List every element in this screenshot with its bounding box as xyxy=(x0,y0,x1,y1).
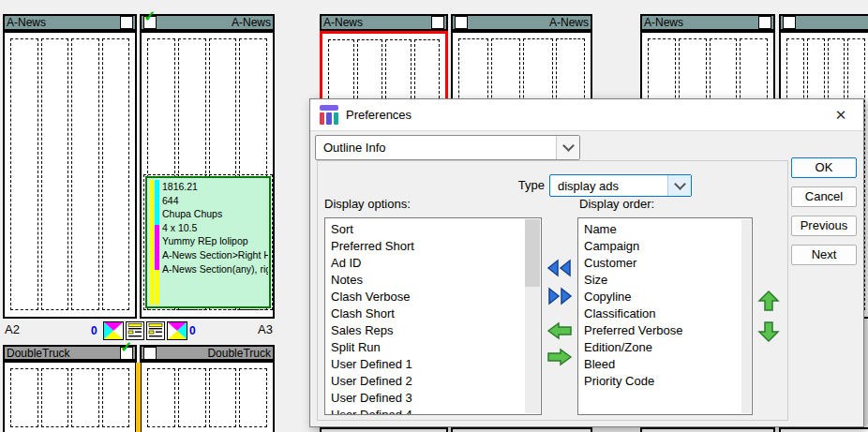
display-order-item[interactable]: Bleed xyxy=(578,356,752,373)
move-right-icon[interactable] xyxy=(546,348,573,366)
page-strip[interactable] xyxy=(779,427,868,432)
scrollbar-thumb[interactable] xyxy=(525,219,540,287)
ad-info-text: 1816.21644Chupa Chups4 x 10.5Yummy REp l… xyxy=(162,180,268,276)
dialog-titlebar[interactable]: Preferences ✕ xyxy=(310,99,863,131)
previous-button[interactable]: Previous xyxy=(791,216,857,236)
ad-info-line: Yummy REp lolipop xyxy=(162,234,268,248)
ad-color-strip-yellow xyxy=(150,180,154,305)
page-label-a2: A2 xyxy=(5,322,20,336)
type-select[interactable]: display ads xyxy=(549,174,692,197)
column-guides xyxy=(147,368,267,427)
page-header-a7[interactable] xyxy=(779,14,868,31)
dialog-title: Preferences xyxy=(346,108,412,122)
page-checkbox[interactable] xyxy=(783,16,796,29)
display-order-item[interactable]: Campaign xyxy=(578,238,752,255)
page-proof-right-icon[interactable] xyxy=(146,321,165,344)
move-left-icon[interactable] xyxy=(546,321,573,340)
ad-info-line: Chupa Chups xyxy=(162,207,268,221)
display-option-item[interactable]: User Defined 2 xyxy=(325,373,541,390)
display-order-item[interactable]: Copyline xyxy=(578,289,752,305)
page-thumbnail-doubletruck-left[interactable] xyxy=(3,361,137,432)
page-header-a5[interactable]: A-News xyxy=(451,14,592,31)
page-checkbox[interactable]: ✓ xyxy=(120,347,133,360)
move-down-icon[interactable] xyxy=(757,320,780,343)
ad-info-line: A-News Section>Right Hand xyxy=(162,248,268,262)
display-options-listbox[interactable]: SortPreferred ShortAd IDNotesClash Verbo… xyxy=(324,217,542,415)
right-ad-count: 0 xyxy=(189,324,196,337)
options-scrollbar[interactable] xyxy=(525,219,540,413)
ad-info-line: A-News Section(any), right p xyxy=(162,262,268,276)
page-checkbox[interactable]: ✓ xyxy=(143,16,157,29)
page-header-a3[interactable]: ✓ A-News xyxy=(140,14,275,31)
column-guides xyxy=(10,368,129,427)
page-header-a4[interactable]: A-News xyxy=(320,14,448,31)
move-all-right-icon[interactable] xyxy=(546,287,573,305)
display-option-item[interactable]: User Defined 4 xyxy=(325,407,541,415)
ad-info-line: 644 xyxy=(162,194,268,208)
display-option-item[interactable]: Sort xyxy=(325,221,541,238)
display-option-item[interactable]: User Defined 3 xyxy=(325,390,541,407)
page-strip[interactable] xyxy=(451,427,592,432)
next-button[interactable]: Next xyxy=(791,245,857,265)
display-option-item[interactable]: Clash Verbose xyxy=(325,289,541,305)
column-guides xyxy=(10,38,129,310)
ok-button[interactable]: OK xyxy=(791,157,857,178)
display-order-item[interactable]: Size xyxy=(578,272,752,289)
display-order-item[interactable]: Name xyxy=(578,221,752,238)
chevron-down-icon[interactable] xyxy=(556,136,579,159)
page-name: DoubleTruck xyxy=(7,347,70,360)
page-checkbox[interactable] xyxy=(120,16,133,29)
section-select-value: Outline Info xyxy=(316,136,556,159)
page-name: A-News xyxy=(549,16,589,29)
app-window: A-News ✓ A-News 1816.21644Chupa Chups4 x… xyxy=(0,0,868,432)
page-checkbox[interactable] xyxy=(758,16,771,29)
display-order-item[interactable]: Priority Code xyxy=(578,373,752,390)
check-icon: ✓ xyxy=(143,9,156,24)
ad-color-strip-cmy xyxy=(155,180,159,305)
display-order-listbox[interactable]: NameCampaignCustomerSizeCopylineClassifi… xyxy=(577,217,753,415)
page-name: A-News xyxy=(7,16,46,29)
app-logo-icon xyxy=(320,105,338,125)
cmyk-separations-right-icon[interactable] xyxy=(167,321,187,344)
display-option-item[interactable]: Split Run xyxy=(325,339,541,356)
page-label-a3: A3 xyxy=(239,322,273,336)
page-thumbnail-a2[interactable] xyxy=(3,31,137,319)
display-option-item[interactable]: Sales Reps xyxy=(325,322,541,339)
display-option-item[interactable]: Clash Short xyxy=(325,305,541,322)
close-icon[interactable]: ✕ xyxy=(830,104,852,127)
preferences-dialog: Preferences ✕ Outline Info Type display … xyxy=(309,98,864,427)
chevron-down-icon[interactable] xyxy=(667,175,691,196)
display-order-item[interactable]: Classification xyxy=(578,305,752,322)
page-checkbox[interactable] xyxy=(431,16,444,29)
display-option-item[interactable]: Preferred Short xyxy=(325,238,541,255)
display-order-item[interactable]: Edition/Zone xyxy=(578,339,752,356)
ad-info-line: 4 x 10.5 xyxy=(162,221,268,235)
preference-section-select[interactable]: Outline Info xyxy=(315,135,580,160)
move-all-left-icon[interactable] xyxy=(546,259,573,277)
page-header-a2[interactable]: A-News xyxy=(3,14,137,31)
page-checkbox[interactable] xyxy=(455,16,468,29)
order-scrollbar[interactable] xyxy=(741,219,751,413)
display-order-item[interactable]: Customer xyxy=(578,255,752,272)
page-name: A-News xyxy=(644,16,683,29)
display-order-item[interactable]: Preferred Verbose xyxy=(578,322,752,339)
page-strip[interactable] xyxy=(320,427,448,432)
ad-block-chupa-chups[interactable]: 1816.21644Chupa Chups4 x 10.5Yummy REp l… xyxy=(145,176,271,308)
page-name: DoubleTruck xyxy=(207,347,271,360)
page-checkbox[interactable] xyxy=(143,347,157,360)
display-option-item[interactable]: Notes xyxy=(325,272,541,289)
page-header-a6[interactable]: A-News xyxy=(640,14,775,31)
display-option-item[interactable]: User Defined 1 xyxy=(325,356,541,373)
page-header-doubletruck-left[interactable]: DoubleTruck ✓ xyxy=(3,345,137,361)
page-name: A-News xyxy=(323,16,363,29)
ad-info-line: 1816.21 xyxy=(162,180,268,194)
page-strip[interactable] xyxy=(640,427,775,432)
cancel-button[interactable]: Cancel xyxy=(791,186,857,207)
gutter-marker-bar xyxy=(136,363,141,432)
page-thumbnail-doubletruck-right[interactable] xyxy=(140,361,275,432)
display-order-label: Display order: xyxy=(579,197,654,211)
move-up-icon[interactable] xyxy=(757,290,780,312)
check-icon: ✓ xyxy=(120,340,132,355)
page-header-doubletruck-right[interactable]: DoubleTruck xyxy=(140,345,275,361)
display-option-item[interactable]: Ad ID xyxy=(325,255,541,272)
